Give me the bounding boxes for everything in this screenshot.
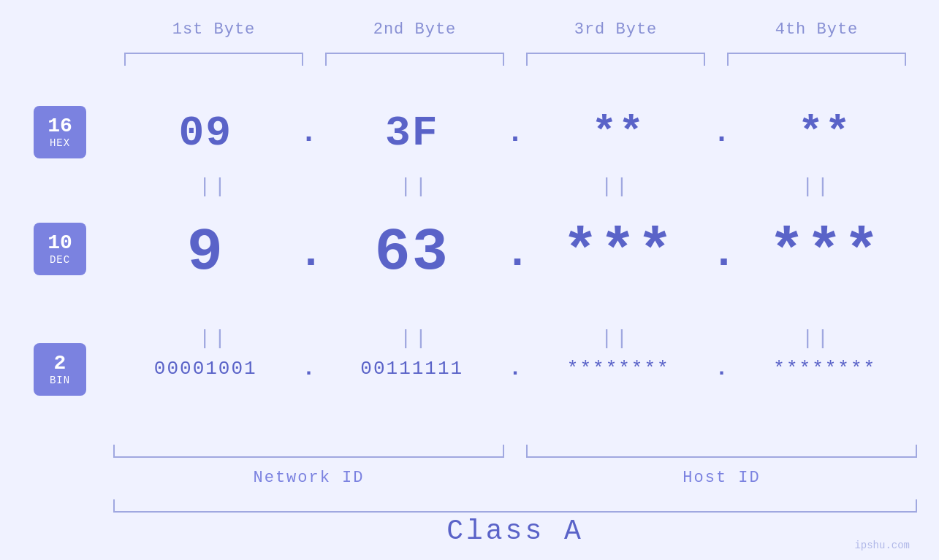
full-bottom-bracket [113,499,917,513]
dec-sep2: . [504,229,526,278]
dec-byte3: *** [526,219,711,287]
bin-badge-label: BIN [50,375,70,386]
eq1-b2: || [314,175,515,198]
hex-badge: 16 HEX [34,106,86,158]
bracket-3 [526,53,705,66]
hex-row: 09 . 3F . ** . ** [113,110,917,157]
eq1-b4: || [716,175,917,198]
dec-sep1: . [298,229,320,278]
dec-badge-number: 10 [47,232,72,255]
dec-row: 9 . 63 . *** . *** [113,219,917,287]
host-bracket [526,445,917,458]
hex-byte2: 3F [320,110,505,157]
bin-badge-number: 2 [54,353,66,375]
hex-sep2: . [504,117,526,150]
equals-row-2: || || || || [113,327,917,350]
hex-badge-number: 16 [47,115,72,138]
eq2-b3: || [515,327,716,350]
class-label: Class A [113,515,917,547]
id-labels: Network ID Host ID [113,469,917,487]
dec-badge-label: DEC [50,254,70,266]
bottom-brackets [113,445,917,458]
bin-byte3: ******** [526,358,711,380]
hex-byte3: ** [526,110,711,157]
bracket-2 [325,53,504,66]
byte4-header: 4th Byte [716,20,917,39]
dec-byte2: 63 [320,219,505,287]
hex-byte1: 09 [113,110,298,157]
hex-sep3: . [711,117,733,150]
bin-byte4: ******** [733,358,918,380]
bin-byte1: 00001001 [113,358,298,380]
bracket-1 [124,53,303,66]
network-id-label: Network ID [113,469,504,487]
network-bracket [113,445,504,458]
byte1-header: 1st Byte [113,20,314,39]
host-id-label: Host ID [526,469,917,487]
eq2-b2: || [314,327,515,350]
bin-sep3: . [711,356,733,381]
eq1-b3: || [515,175,716,198]
bin-byte2: 00111111 [320,358,505,380]
hex-byte4: ** [733,110,918,157]
top-brackets [113,53,917,66]
byte2-header: 2nd Byte [314,20,515,39]
bin-badge: 2 BIN [34,343,86,396]
bin-sep1: . [298,356,320,381]
hex-badge-label: HEX [50,137,70,149]
bin-row: 00001001 . 00111111 . ******** . *******… [113,356,917,381]
eq1-b1: || [113,175,314,198]
dec-byte1: 9 [113,219,298,287]
dec-sep3: . [711,229,733,278]
dec-byte4: *** [733,219,918,287]
id-gap [504,469,526,487]
hex-sep1: . [298,117,320,150]
byte3-header: 3rd Byte [515,20,716,39]
eq2-b4: || [716,327,917,350]
dec-badge: 10 DEC [34,223,86,275]
bracket-gap [504,445,526,458]
watermark: ipshu.com [854,540,910,551]
equals-row-1: || || || || [113,175,917,198]
bin-sep2: . [504,356,526,381]
bracket-4 [727,53,906,66]
eq2-b1: || [113,327,314,350]
header-row: 1st Byte 2nd Byte 3rd Byte 4th Byte [113,20,917,39]
